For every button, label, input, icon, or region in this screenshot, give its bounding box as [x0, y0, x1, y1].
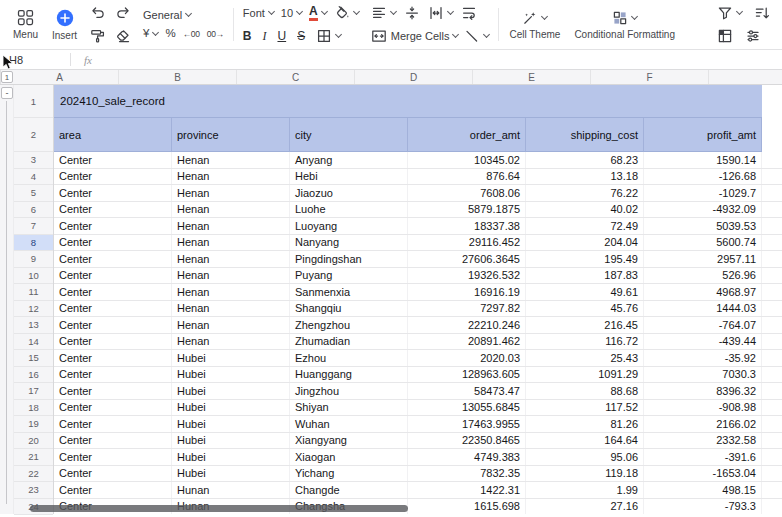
- cell[interactable]: Center: [54, 416, 172, 432]
- cell[interactable]: 88.68: [526, 383, 644, 399]
- cell[interactable]: Center: [54, 433, 172, 449]
- cell[interactable]: 13055.6845: [408, 400, 526, 416]
- column-header-A[interactable]: A: [1, 70, 119, 84]
- row-header-6[interactable]: 6: [14, 202, 53, 219]
- cell[interactable]: Center: [54, 466, 172, 482]
- row-header-3[interactable]: 3: [14, 152, 53, 169]
- row-header-1[interactable]: 1: [14, 85, 53, 118]
- row-header-21[interactable]: 21: [14, 449, 53, 466]
- row-header-15[interactable]: 15: [14, 350, 53, 367]
- cell-theme-button[interactable]: Cell Theme: [502, 10, 567, 40]
- cell[interactable]: 27.16: [526, 499, 644, 515]
- filter-button[interactable]: [717, 5, 742, 21]
- cell[interactable]: 22350.8465: [408, 433, 526, 449]
- cell[interactable]: 1.99: [526, 482, 644, 498]
- cell[interactable]: 7832.35: [408, 466, 526, 482]
- menu-button[interactable]: Menu: [6, 9, 45, 40]
- column-header-D[interactable]: D: [355, 70, 473, 84]
- undo-icon[interactable]: [90, 5, 106, 21]
- insert-button[interactable]: Insert: [45, 9, 84, 41]
- cell[interactable]: Luohe: [290, 202, 408, 218]
- cell[interactable]: Changde: [290, 482, 408, 498]
- decrease-decimal-icon[interactable]: ←00: [183, 29, 200, 39]
- percent-format-button[interactable]: %: [165, 28, 175, 40]
- cell[interactable]: Center: [54, 251, 172, 267]
- cell[interactable]: -126.68: [644, 169, 762, 185]
- cell[interactable]: 204.04: [526, 235, 644, 251]
- cell[interactable]: Hubei: [172, 367, 290, 383]
- cell[interactable]: Center: [54, 185, 172, 201]
- header-cell-province[interactable]: province: [172, 118, 290, 152]
- row-header-23[interactable]: 23: [14, 482, 53, 499]
- cell[interactable]: Jiaozuo: [290, 185, 408, 201]
- header-cell-profit_amt[interactable]: profit_amt: [644, 118, 762, 152]
- header-cell-area[interactable]: area: [54, 118, 172, 152]
- sort-icon[interactable]: [754, 5, 770, 21]
- cell[interactable]: Sanmenxia: [290, 284, 408, 300]
- row-header-4[interactable]: 4: [14, 169, 53, 186]
- italic-button[interactable]: I: [262, 29, 266, 44]
- number-format-dropdown[interactable]: General: [143, 9, 191, 21]
- cell[interactable]: Henan: [172, 334, 290, 350]
- cell[interactable]: 164.64: [526, 433, 644, 449]
- row-header-18[interactable]: 18: [14, 400, 53, 417]
- cell[interactable]: 187.83: [526, 268, 644, 284]
- cell[interactable]: Yichang: [290, 466, 408, 482]
- select-all-corner[interactable]: 1: [0, 70, 1, 84]
- cell[interactable]: 81.26: [526, 416, 644, 432]
- cell[interactable]: -1653.04: [644, 466, 762, 482]
- cell[interactable]: 45.76: [526, 301, 644, 317]
- cell[interactable]: Center: [54, 301, 172, 317]
- cell[interactable]: Henan: [172, 218, 290, 234]
- cell[interactable]: Center: [54, 152, 172, 168]
- cell[interactable]: 29116.452: [408, 235, 526, 251]
- cell[interactable]: 17463.9955: [408, 416, 526, 432]
- cell[interactable]: Center: [54, 400, 172, 416]
- strikethrough-button[interactable]: S: [297, 29, 305, 43]
- cell[interactable]: Hubei: [172, 383, 290, 399]
- cell[interactable]: 7608.06: [408, 185, 526, 201]
- cell[interactable]: Center: [54, 235, 172, 251]
- cell[interactable]: Nanyang: [290, 235, 408, 251]
- row-header-16[interactable]: 16: [14, 367, 53, 384]
- cell[interactable]: Xiaogan: [290, 449, 408, 465]
- cell[interactable]: Shiyan: [290, 400, 408, 416]
- cell[interactable]: 5600.74: [644, 235, 762, 251]
- cell[interactable]: 2332.58: [644, 433, 762, 449]
- cell[interactable]: Anyang: [290, 152, 408, 168]
- cell[interactable]: Henan: [172, 284, 290, 300]
- cell[interactable]: 16916.19: [408, 284, 526, 300]
- cell[interactable]: 195.49: [526, 251, 644, 267]
- cell[interactable]: Center: [54, 367, 172, 383]
- font-color-button[interactable]: A: [309, 5, 327, 21]
- freeze-panes-icon[interactable]: [717, 28, 733, 44]
- column-header-F[interactable]: F: [591, 70, 709, 84]
- cell[interactable]: Henan: [172, 301, 290, 317]
- eraser-icon[interactable]: [115, 28, 131, 44]
- cell[interactable]: Ezhou: [290, 350, 408, 366]
- cell[interactable]: Henan: [172, 268, 290, 284]
- cell[interactable]: 1422.31: [408, 482, 526, 498]
- cell[interactable]: Center: [54, 317, 172, 333]
- cell[interactable]: Zhumadian: [290, 334, 408, 350]
- cell[interactable]: Center: [54, 350, 172, 366]
- cell[interactable]: Pingdingshan: [290, 251, 408, 267]
- cell[interactable]: 117.52: [526, 400, 644, 416]
- cell[interactable]: Hubei: [172, 449, 290, 465]
- borders-button[interactable]: [316, 28, 341, 44]
- cell[interactable]: 1091.29: [526, 367, 644, 383]
- row-header-11[interactable]: 11: [14, 284, 53, 301]
- row-header-10[interactable]: 10: [14, 268, 53, 285]
- cell[interactable]: 1615.698: [408, 499, 526, 515]
- cell[interactable]: 498.15: [644, 482, 762, 498]
- cell[interactable]: Hubei: [172, 433, 290, 449]
- cell[interactable]: 2957.11: [644, 251, 762, 267]
- header-cell-city[interactable]: city: [290, 118, 408, 152]
- cell[interactable]: 7297.82: [408, 301, 526, 317]
- cell[interactable]: Hubei: [172, 400, 290, 416]
- cell[interactable]: Puyang: [290, 268, 408, 284]
- cell[interactable]: Center: [54, 202, 172, 218]
- cell[interactable]: Luoyang: [290, 218, 408, 234]
- cell[interactable]: 128963.605: [408, 367, 526, 383]
- cell[interactable]: 526.96: [644, 268, 762, 284]
